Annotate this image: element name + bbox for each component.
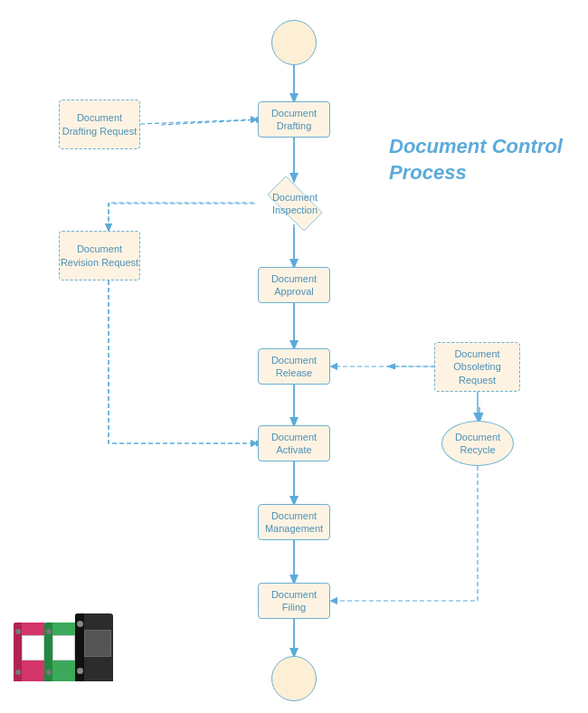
doc-release-node: Document Release [258,348,330,385]
doc-management-node: Document Management [258,504,330,540]
doc-drafting-label: Document Drafting [259,107,329,133]
doc-drafting-node: Document Drafting [258,101,330,138]
svg-line-8 [161,119,262,125]
doc-activate-label: Document Activate [259,431,329,457]
doc-inspection-node: Document Inspection [251,181,338,226]
diagram-title: Document Control Process [389,134,588,185]
doc-recycle-label: Document Recycle [442,431,513,457]
doc-approval-node: Document Approval [258,267,330,303]
svg-line-21 [140,119,256,124]
doc-management-label: Document Management [259,509,329,536]
doc-recycle-node: Document Recycle [441,421,514,466]
doc-obsoleting-request-node: Document Obsoleting Request [434,342,520,392]
doc-inspection-label: Document Inspection [251,191,338,217]
doc-drafting-request-node: Document Drafting Request [59,100,140,149]
doc-revision-request-node: Document Revision Request [59,231,140,280]
doc-approval-label: Document Approval [259,272,329,299]
doc-drafting-request-label: Document Drafting Request [60,111,139,138]
doc-filing-label: Document Filing [259,588,329,614]
end-circle [271,656,317,701]
start-circle [271,20,317,65]
doc-obsoleting-request-label: Document Obsoleting Request [435,347,519,386]
doc-filing-node: Document Filing [258,583,330,619]
doc-activate-node: Document Activate [258,425,330,461]
binders-illustration [14,613,113,681]
doc-release-label: Document Release [259,354,329,380]
doc-revision-request-label: Document Revision Request [60,242,139,269]
diagram: Document Drafting Document Drafting Requ… [0,0,588,713]
